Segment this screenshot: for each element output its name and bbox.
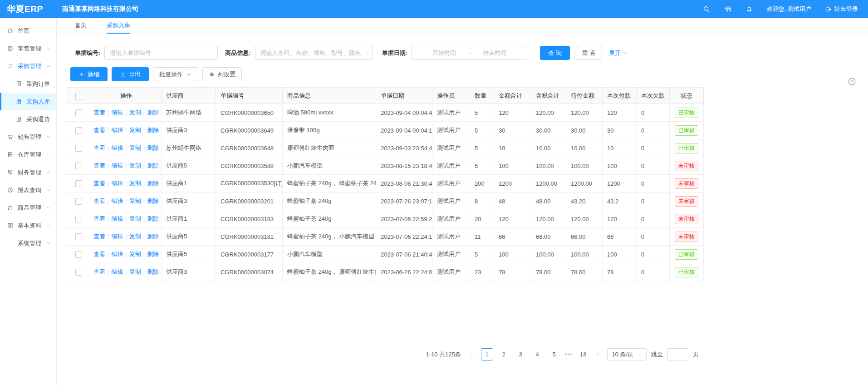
sidebar-item-warehouse[interactable]: 仓库管理 — [0, 146, 56, 163]
search-button[interactable]: 查询 — [540, 46, 570, 60]
action-view-link[interactable]: 查看 — [93, 233, 105, 240]
sidebar-item-report[interactable]: 报表查询 — [0, 181, 56, 199]
sidebar-item-home[interactable]: 首页 — [0, 22, 56, 39]
action-copy-link[interactable]: 复制 — [129, 144, 141, 151]
action-view-link[interactable]: 查看 — [93, 215, 105, 222]
action-copy-link[interactable]: 复制 — [129, 268, 141, 275]
sidebar-item-purchase-inbound[interactable]: 采购入库 — [0, 93, 56, 110]
help-icon[interactable]: ? — [848, 77, 856, 86]
pagination-ellipsis[interactable]: ••• — [565, 351, 573, 358]
chevron-down-icon — [46, 223, 51, 228]
action-view-link[interactable]: 查看 — [93, 109, 105, 116]
action-delete-link[interactable]: 删除 — [147, 127, 159, 133]
sidebar-item-purchase-order[interactable]: 采购订单 — [0, 75, 56, 93]
row-checkbox[interactable] — [75, 198, 82, 205]
pagination-next-button[interactable] — [593, 348, 603, 360]
cell-debt: 0 — [637, 210, 670, 228]
app-logo: 华夏ERP — [0, 3, 57, 15]
action-copy-link[interactable]: 复制 — [129, 162, 141, 169]
row-select-cell — [66, 210, 91, 228]
action-edit-link[interactable]: 编辑 — [111, 109, 123, 116]
action-delete-link[interactable]: 删除 — [147, 268, 159, 275]
logout-button[interactable]: 退出登录 — [825, 5, 858, 13]
row-checkbox[interactable] — [75, 127, 82, 134]
action-delete-link[interactable]: 删除 — [147, 215, 159, 222]
action-view-link[interactable]: 查看 — [93, 144, 105, 151]
action-edit-link[interactable]: 编辑 — [111, 268, 123, 275]
tab-bar: 首页采购入库 — [57, 18, 868, 34]
row-checkbox[interactable] — [75, 251, 82, 258]
action-copy-link[interactable]: 复制 — [129, 251, 141, 257]
action-copy-link[interactable]: 复制 — [129, 127, 141, 133]
sidebar-item-purchase[interactable]: 采购管理 — [0, 57, 56, 75]
action-copy-link[interactable]: 复制 — [129, 197, 141, 204]
action-delete-link[interactable]: 删除 — [147, 180, 159, 187]
action-edit-link[interactable]: 编辑 — [111, 162, 123, 169]
reset-button[interactable]: 重置 — [576, 46, 602, 60]
action-delete-link[interactable]: 删除 — [147, 109, 159, 116]
row-checkbox[interactable] — [75, 180, 82, 187]
cell-amount: 10 — [494, 139, 531, 157]
action-copy-link[interactable]: 复制 — [129, 215, 141, 222]
pagination-page-2[interactable]: 2 — [498, 348, 510, 360]
expand-label: 展开 — [609, 49, 621, 57]
pagination-page-13[interactable]: 13 — [577, 348, 589, 360]
tab-purchase-inbound[interactable]: 采购入库 — [107, 18, 130, 34]
action-edit-link[interactable]: 编辑 — [111, 251, 123, 257]
tab-home[interactable]: 首页 — [75, 18, 87, 34]
pagination-page-5[interactable]: 5 — [548, 348, 560, 360]
batch-actions-button[interactable]: 批量操作 — [153, 67, 198, 81]
action-view-link[interactable]: 查看 — [93, 268, 105, 275]
row-checkbox[interactable] — [75, 145, 82, 152]
action-view-link[interactable]: 查看 — [93, 127, 105, 133]
bank-icon[interactable] — [724, 5, 732, 13]
row-checkbox[interactable] — [75, 216, 82, 222]
sidebar-item-finance[interactable]: 财务管理 — [0, 163, 56, 181]
company-name: 南通某某网络科技有限公司 — [62, 5, 138, 13]
action-view-link[interactable]: 查看 — [93, 251, 105, 257]
export-button[interactable]: 导出 — [112, 67, 149, 81]
action-view-link[interactable]: 查看 — [93, 162, 105, 169]
action-copy-link[interactable]: 复制 — [129, 109, 141, 116]
expand-link[interactable]: 展开 — [609, 49, 628, 57]
action-view-link[interactable]: 查看 — [93, 180, 105, 187]
action-edit-link[interactable]: 编辑 — [111, 180, 123, 187]
date-range-picker[interactable]: 开始时间 ~ 结束时间 — [412, 46, 527, 60]
action-edit-link[interactable]: 编辑 — [111, 127, 123, 133]
sidebar-item-basic[interactable]: 基本资料 — [0, 217, 56, 234]
action-edit-link[interactable]: 编辑 — [111, 144, 123, 151]
pagination-page-1[interactable]: 1 — [481, 348, 493, 360]
action-edit-link[interactable]: 编辑 — [111, 215, 123, 222]
pagination-page-4[interactable]: 4 — [531, 348, 544, 360]
sidebar-item-sales[interactable]: 销售管理 — [0, 128, 56, 146]
action-view-link[interactable]: 查看 — [93, 197, 105, 204]
action-delete-link[interactable]: 删除 — [147, 197, 159, 204]
bell-icon[interactable] — [745, 5, 753, 13]
action-copy-link[interactable]: 复制 — [129, 233, 141, 240]
column-settings-button[interactable]: 列设置 — [202, 67, 242, 81]
action-delete-link[interactable]: 删除 — [147, 144, 159, 151]
action-delete-link[interactable]: 删除 — [147, 251, 159, 257]
sidebar-item-purchase-return[interactable]: 采购退货 — [0, 110, 56, 128]
select-all-checkbox[interactable] — [75, 93, 82, 99]
page-size-select[interactable]: 10 条/页 — [607, 348, 647, 360]
action-delete-link[interactable]: 删除 — [147, 233, 159, 240]
add-button[interactable]: 新增 — [70, 67, 108, 81]
action-delete-link[interactable]: 删除 — [147, 162, 159, 169]
action-copy-link[interactable]: 复制 — [129, 180, 141, 187]
pagination-prev-button[interactable] — [467, 348, 476, 360]
action-edit-link[interactable]: 编辑 — [111, 233, 123, 240]
bill-no-input[interactable] — [104, 46, 218, 60]
sidebar-item-goods[interactable]: 商品管理 — [0, 199, 56, 217]
product-input[interactable] — [255, 46, 373, 60]
pagination-page-3[interactable]: 3 — [515, 348, 527, 360]
row-checkbox[interactable] — [75, 163, 82, 169]
sidebar-item-system[interactable]: 系统管理 — [0, 234, 56, 252]
sidebar-item-retail[interactable]: 零售管理 — [0, 39, 56, 57]
search-icon[interactable] — [703, 5, 711, 13]
row-checkbox[interactable] — [75, 269, 82, 276]
jump-to-input[interactable] — [667, 348, 688, 360]
row-checkbox[interactable] — [75, 109, 82, 116]
row-checkbox[interactable] — [75, 233, 82, 240]
action-edit-link[interactable]: 编辑 — [111, 197, 123, 204]
